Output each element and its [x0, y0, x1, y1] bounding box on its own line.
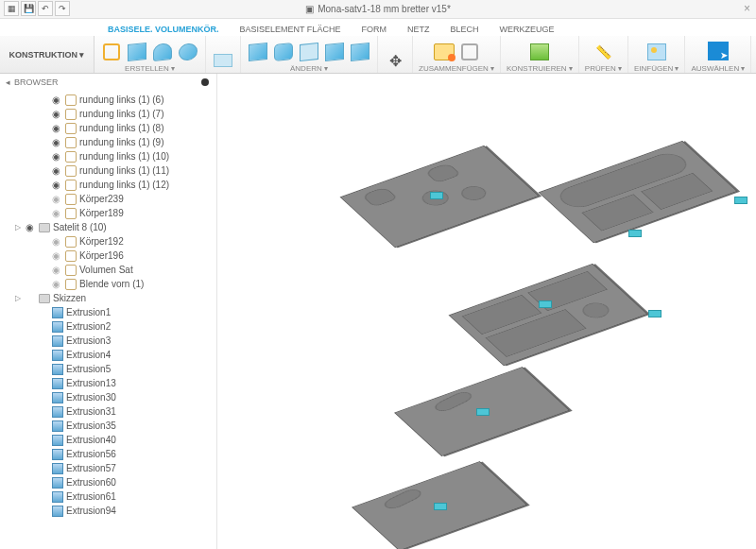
- group-konstruieren: KONSTRUIEREN ▾: [501, 36, 579, 73]
- tree-item[interactable]: Extrusion31: [0, 404, 216, 419]
- feat-icon: [52, 506, 63, 517]
- tree-item[interactable]: Extrusion13: [0, 376, 216, 390]
- visibility-icon[interactable]: ◉: [49, 194, 62, 204]
- visibility-icon[interactable]: ◉: [23, 222, 36, 232]
- feat-icon: [52, 364, 63, 375]
- visibility-icon[interactable]: ◉: [49, 94, 62, 105]
- tab-form[interactable]: FORM: [357, 23, 390, 36]
- title-bar: ▦ 💾 ↶ ↷ ▣ Mona-satv1-18 mm bretter v15* …: [0, 0, 756, 19]
- browser-collapse-icon[interactable]: [201, 78, 209, 86]
- ck-icon: [65, 208, 77, 219]
- tree-item-label: Extrusion5: [66, 364, 111, 374]
- viewport-3d[interactable]: [217, 74, 756, 549]
- close-icon[interactable]: ×: [744, 2, 750, 15]
- visibility-icon[interactable]: ◉: [49, 208, 62, 218]
- tab-flaeche[interactable]: BASISELEMENT FLÄCHE: [236, 23, 345, 36]
- tree-item[interactable]: ◉rundung links (1) (6): [0, 93, 216, 107]
- tab-blech[interactable]: BLECH: [446, 23, 482, 36]
- tree-item[interactable]: Extrusion2: [0, 319, 216, 334]
- tree-item[interactable]: ◉rundung links (1) (11): [0, 163, 216, 178]
- tree-item[interactable]: ◉rundung links (1) (7): [0, 107, 216, 121]
- ck-icon: [65, 265, 77, 276]
- plane-tool[interactable]: [212, 49, 234, 72]
- tree-item[interactable]: ◉Körper189: [0, 206, 216, 220]
- box-tool[interactable]: [126, 41, 148, 63]
- cylinder-tool[interactable]: [151, 41, 174, 63]
- sphere-tool[interactable]: [177, 41, 199, 63]
- main-layout: ◂ BROWSER ◉rundung links (1) (6)◉rundung…: [0, 74, 756, 549]
- move-tool[interactable]: [384, 49, 406, 72]
- select-tool[interactable]: [704, 39, 732, 63]
- ck-icon: [65, 165, 77, 177]
- shell-tool[interactable]: [298, 41, 320, 63]
- tree-item[interactable]: Extrusion3: [0, 334, 216, 348]
- konstruktion-menu[interactable]: KONSTRUKTION ▾: [0, 36, 94, 73]
- tree-item[interactable]: ◉Volumen Sat: [0, 263, 216, 277]
- visibility-icon[interactable]: ◉: [49, 137, 62, 147]
- group-create2: [206, 36, 241, 73]
- part-board-3[interactable]: [449, 264, 648, 366]
- tree-item[interactable]: ◉rundung links (1) (12): [0, 178, 216, 192]
- quick-access-toolbar: ▦ 💾 ↶ ↷: [4, 1, 70, 16]
- combine-tool[interactable]: [323, 41, 346, 63]
- tree-item[interactable]: ▷◉Satelit 8 (10): [0, 220, 216, 234]
- tree-item[interactable]: Extrusion1: [0, 305, 216, 319]
- tree-item[interactable]: Extrusion94: [0, 504, 216, 518]
- tree-item[interactable]: ◉Körper192: [0, 234, 216, 249]
- tree-item[interactable]: Extrusion30: [0, 390, 216, 404]
- qat-file-button[interactable]: ▦: [4, 1, 19, 16]
- tree-item[interactable]: Extrusion35: [0, 419, 216, 433]
- group-move: [378, 36, 413, 73]
- visibility-icon[interactable]: ◉: [49, 279, 62, 289]
- tree-item[interactable]: Extrusion4: [0, 348, 216, 362]
- tree-item[interactable]: ◉rundung links (1) (9): [0, 135, 216, 149]
- visibility-icon[interactable]: ◉: [49, 123, 62, 133]
- press-pull-tool[interactable]: [247, 41, 269, 63]
- split-tool[interactable]: [349, 41, 371, 63]
- ck-icon: [65, 236, 77, 248]
- visibility-icon[interactable]: ◉: [49, 151, 62, 162]
- tree-item[interactable]: Extrusion5: [0, 362, 216, 376]
- part-board-2[interactable]: [539, 141, 738, 243]
- tab-werkzeuge[interactable]: WERKZEUGE: [495, 23, 558, 36]
- insert-tool[interactable]: [645, 41, 668, 63]
- sketch-tool[interactable]: [100, 41, 123, 63]
- visibility-icon[interactable]: ◉: [49, 236, 62, 247]
- tree-item[interactable]: Extrusion60: [0, 475, 216, 489]
- tab-netz[interactable]: NETZ: [404, 23, 434, 36]
- tree-item[interactable]: ◉Körper239: [0, 192, 216, 206]
- visibility-icon[interactable]: ◉: [49, 265, 62, 275]
- qat-undo-button[interactable]: ↶: [38, 1, 53, 16]
- tree-item[interactable]: ◉rundung links (1) (10): [0, 149, 216, 163]
- asbuilt-joint-tool[interactable]: [458, 41, 481, 63]
- tree-item[interactable]: Extrusion40: [0, 433, 216, 447]
- tree-item-label: Extrusion94: [66, 506, 116, 516]
- browser-header[interactable]: ◂ BROWSER: [0, 74, 216, 91]
- fillet-tool[interactable]: [272, 41, 295, 63]
- tree-item[interactable]: ◉rundung links (1) (8): [0, 121, 216, 135]
- visibility-icon[interactable]: ◉: [49, 109, 62, 119]
- visibility-icon[interactable]: ◉: [49, 165, 62, 176]
- joint-tool[interactable]: [433, 41, 455, 63]
- tree-item[interactable]: ◉Körper196: [0, 249, 216, 263]
- browser-panel: ◂ BROWSER ◉rundung links (1) (6)◉rundung…: [0, 74, 217, 549]
- group-aendern: ÄNDERN ▾: [241, 36, 378, 73]
- tree-item[interactable]: ◉Blende vorn (1): [0, 277, 216, 291]
- group-label: AUSWÄHLEN ▾: [691, 64, 745, 73]
- tree-item-label: rundung links (1) (10): [79, 151, 169, 162]
- tree-item[interactable]: Extrusion57: [0, 461, 216, 475]
- qat-redo-button[interactable]: ↷: [55, 1, 70, 16]
- tree-item[interactable]: Extrusion56: [0, 447, 216, 461]
- tree-item[interactable]: Extrusion61: [0, 489, 216, 504]
- tab-volumenkoerper[interactable]: BASISELE. VOLUMENKÖR.: [104, 23, 223, 36]
- visibility-icon[interactable]: ◉: [49, 180, 62, 190]
- construct-tool[interactable]: [528, 41, 551, 63]
- group-zusammenfuegen: ZUSAMMENFÜGEN ▾: [413, 36, 501, 73]
- feat-icon: [52, 463, 63, 474]
- tree-item-label: rundung links (1) (12): [79, 180, 169, 190]
- visibility-icon[interactable]: ◉: [49, 250, 62, 261]
- ck-icon: [65, 180, 77, 191]
- qat-save-button[interactable]: 💾: [21, 1, 36, 16]
- measure-tool[interactable]: [592, 41, 614, 63]
- tree-item[interactable]: ▷Skizzen: [0, 291, 216, 305]
